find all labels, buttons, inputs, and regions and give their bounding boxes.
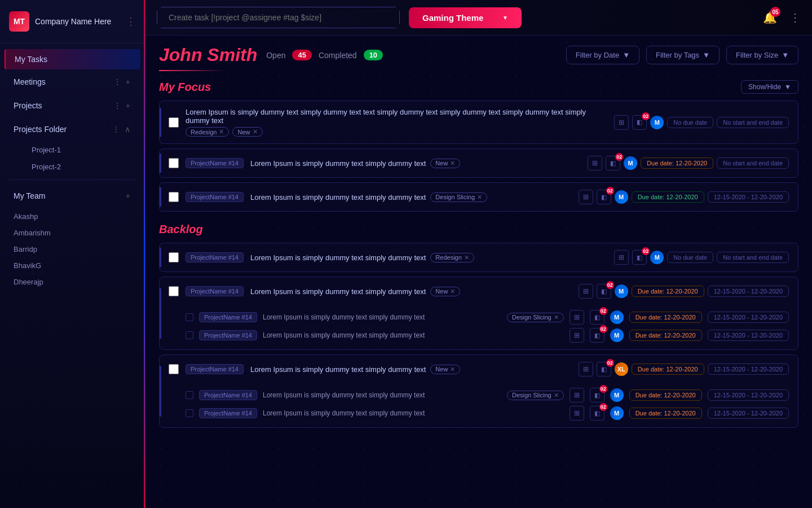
completed-label: Completed <box>319 51 357 60</box>
projects-more-icon[interactable]: ⋮ <box>112 100 122 111</box>
tag-remove-icon[interactable]: ✕ <box>554 314 559 321</box>
backlog-section-header: Backlog <box>159 223 798 236</box>
open-count-badge[interactable]: 45 <box>292 50 311 60</box>
tag-remove-icon[interactable]: ✕ <box>464 254 469 261</box>
tag-label: New <box>435 160 448 167</box>
tag-remove-icon[interactable]: ✕ <box>253 128 258 135</box>
task-checkbox-bl3[interactable] <box>169 364 179 374</box>
filter-date-label: Filter by Date <box>576 51 619 59</box>
task-expand-button[interactable]: ⊞ <box>570 388 584 402</box>
meetings-more-icon[interactable]: ⋮ <box>112 76 122 87</box>
assignee-badge[interactable]: M <box>610 329 624 342</box>
my-team-add-icon[interactable]: + <box>125 190 131 202</box>
subtask-icon: ◧ <box>601 366 607 373</box>
task-checkbox-bl2[interactable] <box>169 286 179 296</box>
show-hide-chevron-icon: ▼ <box>784 83 791 91</box>
status-group: Open 45 Completed 10 <box>266 50 383 60</box>
tag-remove-icon[interactable]: ✕ <box>477 194 482 201</box>
team-member-ambarishm[interactable]: Ambarishm <box>0 225 145 241</box>
task-expand-button[interactable]: ⊞ <box>579 362 593 376</box>
assignee-badge[interactable]: M <box>610 406 624 420</box>
team-member-barridp[interactable]: Barridp <box>0 241 145 257</box>
task-subtask-button[interactable]: ◧02 <box>590 310 604 325</box>
task-expand-button[interactable]: ⊞ <box>570 328 584 343</box>
filter-date-button[interactable]: Filter by Date ▼ <box>566 46 639 64</box>
sub-task-rows: ProjectName #14 Lorem Ipsum is simply du… <box>169 310 789 343</box>
assignee-badge[interactable]: M <box>610 388 624 402</box>
assignee-badge-xl[interactable]: XL <box>615 362 628 376</box>
create-task-input[interactable] <box>157 7 400 28</box>
sub-task-checkbox[interactable] <box>186 409 193 417</box>
gaming-theme-button[interactable]: Gaming Theme <box>409 7 522 28</box>
sidebar-item-project-1[interactable]: Project-1 <box>23 142 140 158</box>
task-text-bl3: Lorem Ipsum is simply dummy text simply … <box>250 365 572 374</box>
task-subtask-button[interactable]: ◧ 02 <box>632 115 647 130</box>
task-expand-button[interactable]: ⊞ <box>614 115 629 130</box>
projects-folder-collapse-icon[interactable]: ∧ <box>123 124 131 135</box>
notification-button[interactable]: 🔔 05 <box>759 7 780 28</box>
sidebar-item-projects[interactable]: Projects ⋮ + <box>5 94 140 117</box>
tag-remove-icon[interactable]: ✕ <box>554 392 559 399</box>
tag-label: New <box>435 288 448 295</box>
sub-task-row: ProjectName #14 Lorem Ipsum is simply du… <box>186 388 789 402</box>
tag-remove-icon[interactable]: ✕ <box>219 128 224 135</box>
assignee-badge[interactable]: M <box>650 116 664 129</box>
task-expand-button[interactable]: ⊞ <box>570 310 584 325</box>
sidebar-item-project-2[interactable]: Project-2 <box>23 159 140 175</box>
projects-add-icon[interactable]: + <box>125 100 131 111</box>
sidebar-item-meetings[interactable]: Meetings ⋮ + <box>5 71 140 93</box>
sidebar-menu-icon[interactable]: ⋮ <box>126 15 136 28</box>
projects-folder-more-icon[interactable]: ⋮ <box>111 124 121 135</box>
task-expand-button[interactable]: ⊞ <box>570 406 584 421</box>
page-title: John Smith <box>159 45 257 65</box>
assignee-badge[interactable]: M <box>615 190 628 204</box>
sidebar-nav: My Tasks Meetings ⋮ + Projects ⋮ + <box>0 43 145 508</box>
topbar-menu-icon[interactable]: ⋮ <box>789 11 801 24</box>
task-subtask-button[interactable]: ◧ 02 <box>597 362 611 376</box>
task-subtask-button[interactable]: ◧ 02 <box>632 250 647 265</box>
date-range-badge: 12-15-2020 - 12-20-2020 <box>708 408 789 419</box>
assignee-badge[interactable]: M <box>650 251 664 264</box>
filter-size-button[interactable]: Filter by Size ▼ <box>726 46 798 64</box>
task-tag-redesign: Redesign ✕ <box>186 127 229 137</box>
show-hide-button[interactable]: Show/Hide ▼ <box>741 80 798 94</box>
completed-count-badge[interactable]: 10 <box>364 50 383 60</box>
sub-task-checkbox[interactable] <box>186 313 193 321</box>
task-checkbox-mf2[interactable] <box>169 158 179 168</box>
task-subtask-button[interactable]: ◧02 <box>590 388 604 402</box>
task-subtask-button[interactable]: ◧ 02 <box>606 156 620 170</box>
task-subtask-button[interactable]: ◧ 02 <box>597 284 611 299</box>
task-subtask-button[interactable]: ◧02 <box>590 328 604 343</box>
sidebar-item-projects-folder[interactable]: Projects Folder ⋮ ∧ <box>5 118 140 141</box>
sidebar: MT Company Name Here ⋮ My Tasks Meetings… <box>0 0 145 508</box>
tag-remove-icon[interactable]: ✕ <box>450 288 455 295</box>
task-checkbox-mf3[interactable] <box>169 192 179 202</box>
team-member-bhavikg[interactable]: BhavikG <box>0 257 145 274</box>
filter-tags-button[interactable]: Filter by Tags ▼ <box>646 46 720 64</box>
task-subtask-button[interactable]: ◧ 02 <box>597 190 611 204</box>
task-expand-button[interactable]: ⊞ <box>579 284 593 299</box>
sub-task-checkbox[interactable] <box>186 331 193 339</box>
assignee-badge[interactable]: M <box>624 156 637 170</box>
sidebar-item-my-team[interactable]: My Team + <box>5 185 140 207</box>
team-member-dheerajp[interactable]: Dheerajp <box>0 274 145 290</box>
task-expand-button[interactable]: ⊞ <box>579 190 593 204</box>
sub-task-checkbox[interactable] <box>186 391 193 399</box>
task-checkbox-mf1[interactable] <box>169 117 179 128</box>
tag-remove-icon[interactable]: ✕ <box>450 160 455 167</box>
meetings-add-icon[interactable]: + <box>125 76 131 87</box>
team-member-akashp[interactable]: Akashp <box>0 208 145 225</box>
sidebar-header: MT Company Name Here ⋮ <box>0 0 145 43</box>
task-expand-button[interactable]: ⊞ <box>588 156 602 170</box>
task-tag: Design Slicing✕ <box>507 313 564 322</box>
task-project-tag: ProjectName #14 <box>186 192 244 202</box>
tag-remove-icon[interactable]: ✕ <box>450 366 455 373</box>
page-header: John Smith Open 45 Completed 10 Filter b… <box>145 36 812 65</box>
task-expand-button[interactable]: ⊞ <box>614 250 629 265</box>
assignee-badge[interactable]: M <box>610 310 624 324</box>
task-subtask-button[interactable]: ◧02 <box>590 406 604 421</box>
task-checkbox-bl1[interactable] <box>169 252 179 262</box>
task-project-tag: ProjectName #14 <box>186 286 244 296</box>
assignee-badge[interactable]: M <box>615 284 628 298</box>
sidebar-item-my-tasks[interactable]: My Tasks <box>5 49 140 69</box>
